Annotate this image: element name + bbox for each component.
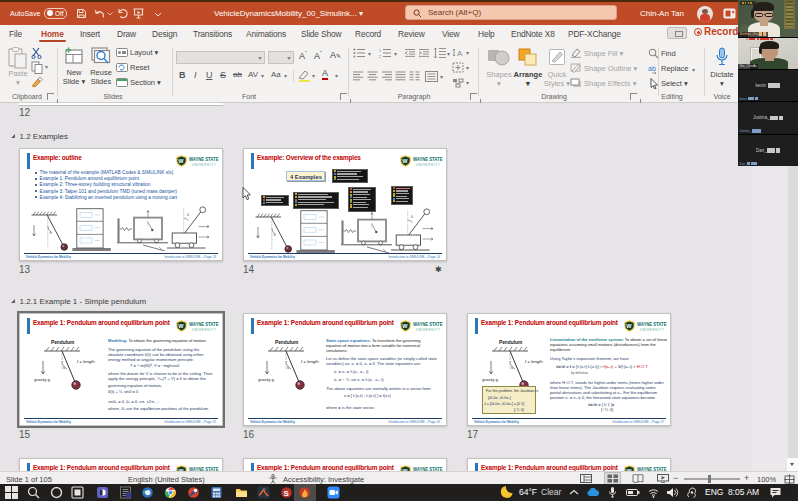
svg-text:W: W <box>626 323 632 329</box>
svg-text:W: W <box>178 158 184 164</box>
svg-text:W: W <box>402 158 408 164</box>
svg-text:S: S <box>284 489 290 498</box>
svg-text:2: 2 <box>379 54 382 59</box>
svg-text:ab: ab <box>648 65 656 72</box>
svg-text:W: W <box>178 323 184 329</box>
svg-text:A: A <box>457 49 463 58</box>
svg-text:1: 1 <box>379 48 382 53</box>
svg-text:W: W <box>402 323 408 329</box>
